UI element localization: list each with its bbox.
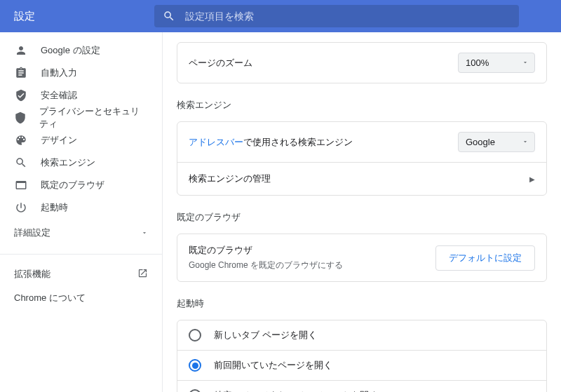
address-bar-link[interactable]: アドレスバー	[189, 137, 243, 147]
sidebar-item-google[interactable]: Google の設定	[0, 39, 162, 62]
default-browser-text: 既定のブラウザ Google Chrome を既定のブラウザにする	[189, 244, 343, 271]
sidebar-item-label: プライバシーとセキュリティ	[39, 105, 148, 130]
sidebar-item-label: 検索エンジン	[41, 156, 95, 169]
zoom-select[interactable]: 100%	[458, 53, 535, 73]
sidebar-extensions[interactable]: 拡張機能	[0, 264, 162, 284]
app-title: 設定	[14, 10, 35, 23]
sidebar-item-autofill[interactable]: 自動入力	[0, 62, 162, 84]
startup-option-specific[interactable]: 特定のページまたはページセットを開く	[177, 380, 546, 392]
zoom-card: ページのズーム 100%	[177, 42, 547, 83]
radio-icon	[189, 329, 201, 342]
sidebar-about[interactable]: Chrome について	[0, 288, 162, 308]
sidebar-item-label: 既定のブラウザ	[41, 179, 104, 191]
sidebar-item-startup[interactable]: 起動時	[0, 196, 162, 219]
browser-icon	[14, 178, 28, 192]
default-browser-label: 既定のブラウザ	[189, 244, 343, 257]
search-box[interactable]	[154, 5, 519, 27]
default-browser-section-title: 既定のブラウザ	[177, 211, 547, 224]
zoom-value: 100%	[466, 58, 489, 68]
sidebar-item-label: デザイン	[41, 134, 77, 147]
search-input[interactable]	[185, 11, 511, 22]
default-browser-row: 既定のブラウザ Google Chrome を既定のブラウザにする デフォルトに…	[177, 234, 546, 281]
sidebar: Google の設定 自動入力 安全確認 プライバシーとセキュリティ デザイン …	[0, 32, 163, 392]
palette-icon	[14, 133, 28, 147]
search-engine-section-title: 検索エンジン	[177, 99, 547, 111]
clipboard-icon	[14, 66, 28, 80]
sidebar-about-label: Chrome について	[14, 292, 86, 304]
zoom-label: ページのズーム	[189, 57, 252, 69]
power-icon	[14, 201, 28, 215]
zoom-row[interactable]: ページのズーム 100%	[177, 43, 546, 83]
sidebar-divider	[0, 254, 162, 255]
startup-option-label: 特定のページまたはページセットを開く	[214, 389, 378, 392]
sidebar-item-appearance[interactable]: デザイン	[0, 129, 162, 151]
chevron-right-icon: ▶	[529, 175, 535, 183]
sidebar-item-label: 起動時	[41, 201, 68, 214]
sidebar-item-safety[interactable]: 安全確認	[0, 84, 162, 107]
search-icon	[14, 156, 28, 170]
chevron-down-icon	[522, 58, 529, 68]
chevron-down-icon	[522, 137, 529, 147]
sidebar-item-default-browser[interactable]: 既定のブラウザ	[0, 174, 162, 196]
sidebar-item-search-engine[interactable]: 検索エンジン	[0, 151, 162, 174]
shield-icon	[14, 111, 27, 125]
startup-option-continue[interactable]: 前回開いていたページを開く	[177, 350, 546, 380]
startup-option-label: 新しいタブ ページを開く	[214, 329, 317, 342]
shield-check-icon	[14, 88, 28, 102]
main-content: ページのズーム 100% 検索エンジン アドレスバーで使用される検索エンジン G…	[163, 32, 561, 392]
open-in-new-icon	[137, 268, 148, 281]
startup-card: 新しいタブ ページを開く 前回開いていたページを開く 特定のページまたはページセ…	[177, 320, 547, 392]
sidebar-extensions-label: 拡張機能	[14, 268, 50, 281]
search-engine-card: アドレスバーで使用される検索エンジン Google 検索エンジンの管理 ▶	[177, 121, 547, 196]
sidebar-item-label: 安全確認	[41, 89, 77, 102]
person-icon	[14, 43, 28, 58]
sidebar-item-privacy[interactable]: プライバシーとセキュリティ	[0, 107, 162, 129]
set-default-button[interactable]: デフォルトに設定	[435, 245, 535, 271]
startup-option-new-tab[interactable]: 新しいタブ ページを開く	[177, 320, 546, 350]
address-bar-search-engine-label: アドレスバーで使用される検索エンジン	[189, 136, 353, 149]
chevron-down-icon	[141, 228, 148, 238]
address-bar-search-engine-row[interactable]: アドレスバーで使用される検索エンジン Google	[177, 122, 546, 162]
top-bar: 設定	[0, 0, 561, 32]
manage-search-engines-label: 検索エンジンの管理	[189, 173, 271, 185]
sidebar-item-label: 自動入力	[41, 67, 77, 79]
radio-icon	[189, 389, 201, 392]
search-engine-value: Google	[466, 137, 495, 147]
startup-section-title: 起動時	[177, 297, 547, 310]
sidebar-item-label: Google の設定	[41, 44, 100, 57]
radio-icon	[189, 359, 201, 372]
sidebar-advanced-toggle[interactable]: 詳細設定	[0, 222, 162, 244]
manage-search-engines-row[interactable]: 検索エンジンの管理 ▶	[177, 162, 546, 195]
default-browser-card: 既定のブラウザ Google Chrome を既定のブラウザにする デフォルトに…	[177, 234, 547, 282]
search-icon	[163, 10, 175, 22]
startup-option-label: 前回開いていたページを開く	[214, 359, 332, 372]
sidebar-advanced-label: 詳細設定	[14, 227, 50, 239]
search-engine-select[interactable]: Google	[458, 132, 535, 152]
default-browser-subtext: Google Chrome を既定のブラウザにする	[189, 259, 343, 271]
